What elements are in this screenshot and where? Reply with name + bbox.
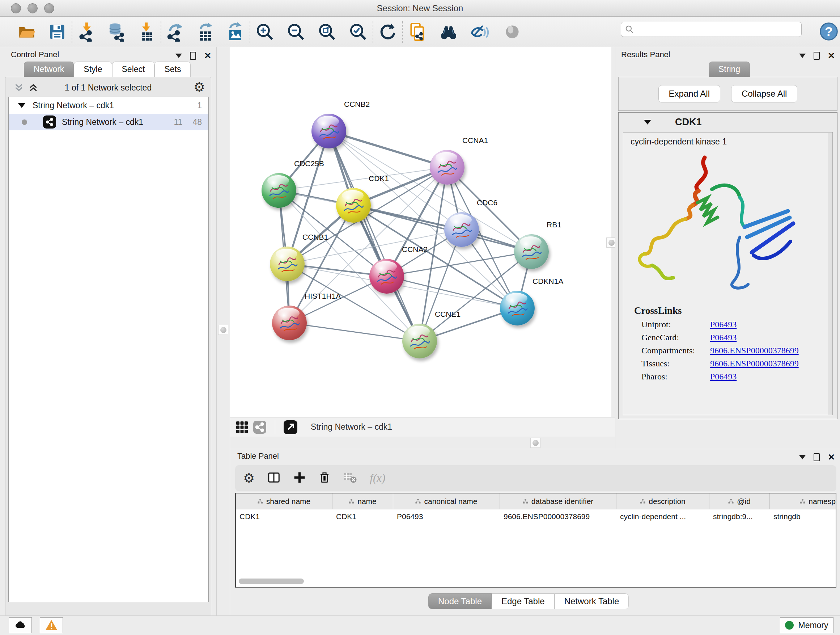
column-header-shared-name[interactable]: shared name — [236, 494, 332, 509]
network-node-cdc6[interactable] — [444, 212, 479, 247]
results-scrollbar[interactable] — [828, 133, 832, 415]
collapse-entry-icon[interactable] — [644, 120, 651, 125]
cytoscape-window: Session: New Session — [0, 0, 840, 635]
panel-menu-icon[interactable] — [175, 54, 182, 58]
entry-details: cyclin-dependent kinase 1 — [623, 132, 833, 415]
memory-button[interactable]: Memory — [780, 617, 834, 633]
close-panel-icon[interactable]: ✕ — [828, 453, 835, 462]
open-session-icon[interactable] — [17, 22, 37, 42]
export-table-icon[interactable] — [195, 22, 216, 42]
network-node-cdk1[interactable] — [336, 188, 371, 223]
network-canvas[interactable]: CCNB2CCNA1CDC25BCDK1CDC6RB1CCNB1CCNA2CDK… — [230, 47, 611, 417]
crosslink-link[interactable]: P06493 — [710, 372, 737, 382]
hide-graphics-details-icon[interactable] — [502, 22, 523, 42]
network-options-gear-icon[interactable]: ⚙ — [194, 81, 205, 94]
tab-node-table[interactable]: Node Table — [428, 593, 492, 609]
close-panel-icon[interactable]: ✕ — [828, 51, 835, 60]
network-node-ccna2[interactable] — [369, 259, 404, 294]
column-header-namespace[interactable]: namespace — [770, 494, 836, 509]
tab-string[interactable]: String — [709, 62, 750, 77]
zoom-selected-icon[interactable] — [348, 22, 368, 42]
table-settings-gear-icon[interactable]: ⚙ — [243, 472, 255, 485]
import-network-from-file-icon[interactable] — [77, 22, 97, 42]
network-row[interactable]: String Network – cdk1 11 48 — [9, 114, 208, 130]
grid-view-icon[interactable] — [234, 417, 250, 437]
tab-style[interactable]: Style — [74, 62, 112, 77]
show-graphics-details-icon[interactable] — [470, 22, 490, 42]
node-gloss — [408, 326, 430, 337]
table-cell[interactable]: CDK1 — [236, 509, 332, 524]
share-view-icon[interactable] — [250, 417, 269, 437]
zoom-out-icon[interactable] — [286, 22, 306, 42]
table-row[interactable]: CDK1CDK1P064939606.ENSP00000378699cyclin… — [236, 509, 836, 524]
create-column-icon[interactable] — [293, 471, 306, 486]
network-collection-row[interactable]: String Network – cdk1 1 — [9, 97, 208, 114]
network-node-ccna1[interactable] — [430, 150, 464, 185]
network-node-ccne1[interactable] — [402, 324, 437, 358]
network-node-cdkn1a[interactable] — [500, 291, 535, 325]
import-network-from-database-icon[interactable] — [106, 22, 126, 42]
tab-select[interactable]: Select — [112, 62, 155, 77]
column-header-description[interactable]: description — [616, 494, 709, 509]
crosslink-link[interactable]: 9606.ENSP00000378699 — [710, 346, 799, 356]
table-cell[interactable]: cyclin-dependent ... — [616, 509, 709, 524]
network-node-cdc25b[interactable] — [262, 173, 296, 208]
network-node-rb1[interactable] — [514, 234, 549, 269]
help-icon[interactable]: ? — [818, 20, 840, 44]
tab-sets[interactable]: Sets — [155, 62, 191, 77]
network-node-ccnb1[interactable] — [270, 247, 305, 281]
refresh-view-icon[interactable] — [378, 22, 398, 42]
collection-expand-icon[interactable] — [18, 103, 25, 108]
table-horizontal-scrollbar[interactable] — [239, 578, 304, 584]
crosslink-link[interactable]: P06493 — [710, 320, 737, 329]
collection-count: 1 — [197, 101, 202, 111]
crosslink-link[interactable]: P06493 — [710, 333, 737, 342]
cloud-status-button[interactable] — [9, 617, 32, 633]
node-gloss — [506, 293, 527, 304]
panel-menu-icon[interactable] — [799, 455, 806, 459]
panel-menu-icon[interactable] — [799, 54, 806, 58]
open-in-window-icon[interactable] — [281, 417, 300, 437]
table-cell[interactable]: stringdb:9... — [709, 509, 770, 524]
collapse-all-button[interactable]: Collapse All — [731, 85, 797, 103]
node-label-ccna1: CCNA1 — [462, 136, 488, 145]
control-panel-tabs: NetworkStyleSelectSets — [24, 62, 191, 77]
float-panel-icon[interactable] — [813, 52, 820, 60]
crosslink-link[interactable]: 9606.ENSP00000378699 — [710, 359, 799, 369]
node-table[interactable]: shared namenamecanonical namedatabase id… — [235, 493, 836, 587]
left-splitter-handle[interactable] — [218, 325, 228, 335]
network-node-hist1h1a[interactable] — [272, 306, 307, 340]
table-cell[interactable]: P06493 — [393, 509, 500, 524]
column-manager-icon[interactable] — [267, 470, 281, 486]
zoom-in-icon[interactable] — [255, 22, 275, 42]
tab-network[interactable]: Network — [24, 62, 74, 77]
export-network-icon[interactable] — [166, 22, 186, 42]
network-node-ccnb2[interactable] — [311, 114, 346, 149]
search-input[interactable] — [634, 25, 793, 34]
table-cell[interactable]: CDK1 — [332, 509, 393, 524]
open-network-document-icon[interactable] — [407, 22, 428, 42]
zoom-fit-content-icon[interactable] — [317, 22, 337, 42]
table-cell[interactable]: stringdb — [770, 509, 836, 524]
expand-all-button[interactable]: Expand All — [658, 85, 720, 103]
column-header-database-identifier[interactable]: database identifier — [500, 494, 616, 509]
import-table-from-file-icon[interactable] — [136, 22, 156, 42]
delete-column-icon[interactable] — [318, 471, 331, 485]
column-header-canonical-name[interactable]: canonical name — [393, 494, 500, 509]
export-image-icon[interactable] — [225, 22, 245, 42]
table-cell[interactable]: 9606.ENSP00000378699 — [500, 509, 616, 524]
crosslinks-title: CrossLinks — [634, 305, 832, 317]
float-panel-icon[interactable] — [190, 52, 196, 60]
search-network-binoculars-icon[interactable] — [439, 22, 459, 42]
close-panel-icon[interactable]: ✕ — [204, 51, 211, 60]
save-session-icon[interactable] — [47, 22, 67, 42]
column-header--id[interactable]: @id — [709, 494, 770, 509]
tab-edge-table[interactable]: Edge Table — [492, 593, 554, 609]
search-field[interactable] — [621, 22, 802, 37]
results-panel-title: Results Panel — [621, 50, 670, 59]
warning-status-button[interactable] — [40, 617, 63, 633]
column-header-name[interactable]: name — [332, 494, 393, 509]
horizontal-splitter-handle[interactable] — [531, 438, 540, 448]
float-panel-icon[interactable] — [813, 453, 820, 461]
tab-network-table[interactable]: Network Table — [554, 593, 629, 609]
